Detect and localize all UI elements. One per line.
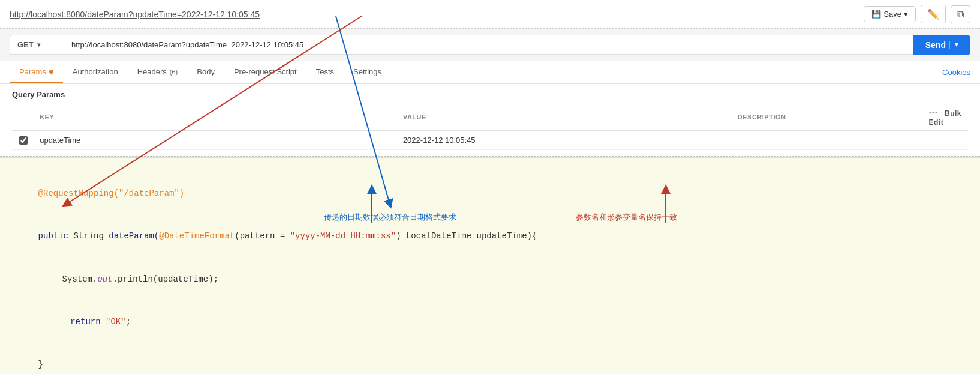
top-bar-actions: 💾 Save ▾ ✏️ ⧉ xyxy=(864,5,970,23)
tab-tests[interactable]: Tests xyxy=(306,61,344,83)
method-select[interactable]: GET ▾ xyxy=(10,35,64,55)
tab-authorization[interactable]: Authorization xyxy=(63,61,128,83)
send-button[interactable]: Send ▾ xyxy=(913,35,970,55)
tab-settings[interactable]: Settings xyxy=(344,61,391,83)
copy-button[interactable]: ⧉ xyxy=(951,5,970,23)
chevron-down-icon: ▾ xyxy=(904,10,908,19)
col-actions: ··· Bulk Edit xyxy=(924,104,968,131)
method-chevron-icon: ▾ xyxy=(37,41,40,48)
code-line-3: System.out.println(updateTime); xyxy=(42,258,962,301)
param-value: 2022-12-12 10:05:45 xyxy=(398,131,733,150)
edit-icon: ✏️ xyxy=(927,9,939,19)
col-description: DESCRIPTION xyxy=(733,104,924,131)
params-dot xyxy=(49,70,53,74)
col-checkbox xyxy=(12,104,35,131)
params-table: KEY VALUE DESCRIPTION ··· Bulk Edit xyxy=(12,104,968,150)
code-line-2: public String dateParam(@DateTimeFormat(… xyxy=(18,215,962,258)
save-icon: 💾 xyxy=(871,10,881,19)
save-button[interactable]: 💾 Save ▾ xyxy=(864,6,916,22)
tab-body[interactable]: Body xyxy=(187,61,224,83)
tabs-bar: Params Authorization Headers (6) Body Pr… xyxy=(0,61,980,84)
query-params-label: Query Params xyxy=(12,90,968,99)
request-bar: GET ▾ Send ▾ xyxy=(0,29,980,61)
code-line-5: } xyxy=(18,344,962,374)
tab-params[interactable]: Params xyxy=(10,61,63,83)
send-chevron-icon: ▾ xyxy=(949,41,958,49)
tab-headers[interactable]: Headers (6) xyxy=(128,61,188,83)
col-value: VALUE xyxy=(398,104,733,131)
code-line-4: return "OK"; xyxy=(30,301,962,343)
top-bar-url: http://localhost:8080/dateParam?updateTi… xyxy=(10,10,260,19)
param-row-actions xyxy=(924,131,968,150)
more-icon: ··· xyxy=(929,107,938,118)
param-key: updateTime xyxy=(35,131,398,150)
cookies-link[interactable]: Cookies xyxy=(942,68,970,77)
tab-prerequest[interactable]: Pre-request Script xyxy=(224,61,306,83)
table-row: updateTime 2022-12-12 10:05:45 xyxy=(12,131,968,150)
method-label: GET xyxy=(17,40,34,49)
url-input[interactable] xyxy=(64,35,913,55)
row-checkbox[interactable] xyxy=(19,136,28,145)
code-line-1: @RequestMapping("/dateParam") xyxy=(18,172,962,215)
param-description xyxy=(733,131,924,150)
edit-button[interactable]: ✏️ xyxy=(921,5,946,23)
top-bar: http://localhost:8080/dateParam?updateTi… xyxy=(0,0,980,29)
params-section: Query Params KEY VALUE DESCRIPTION ··· xyxy=(0,84,980,157)
annotation-blue: 传递的日期数据必须符合日期格式要求 xyxy=(324,212,456,223)
code-section: @RequestMapping("/dateParam") public Str… xyxy=(0,157,980,374)
annotation-red: 参数名和形参变量名保持一致 xyxy=(576,212,677,223)
col-key: KEY xyxy=(35,104,398,131)
copy-icon: ⧉ xyxy=(957,9,964,19)
